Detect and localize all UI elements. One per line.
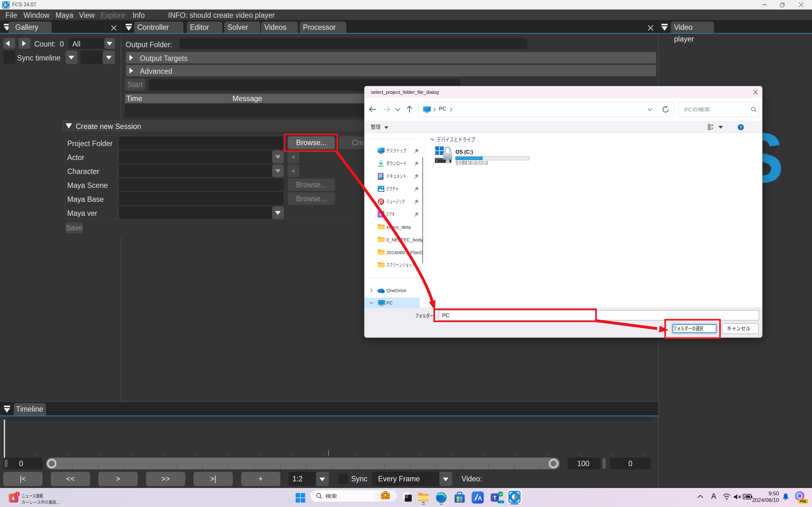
svg-text:T: T xyxy=(493,495,497,501)
svg-text:NEW: NEW xyxy=(498,500,504,504)
svg-text:PRE: PRE xyxy=(800,499,807,503)
svg-text:1: 1 xyxy=(16,492,18,496)
